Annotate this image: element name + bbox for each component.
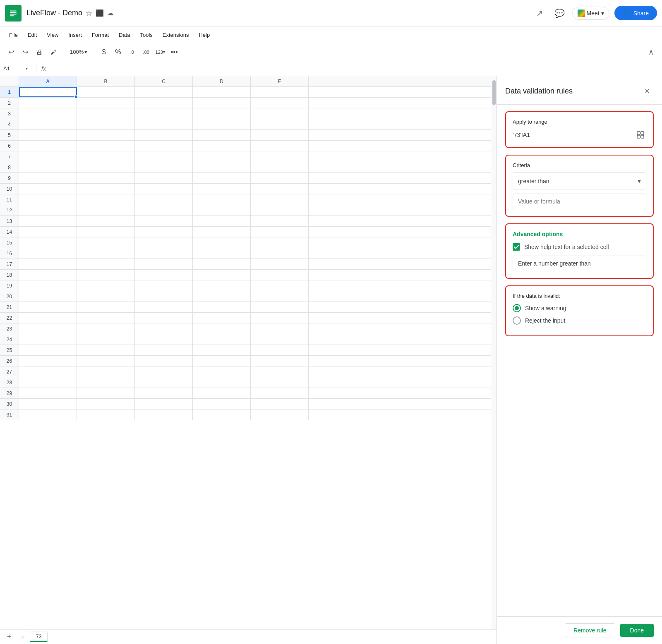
cell-C29[interactable] (135, 388, 193, 398)
cell-E22[interactable] (251, 313, 309, 323)
share-button[interactable]: 👤 Share (614, 6, 657, 20)
cell-D24[interactable] (193, 334, 251, 345)
cell-D5[interactable] (193, 130, 251, 140)
reject-input-row[interactable]: Reject the input (513, 316, 646, 325)
cell-C7[interactable] (135, 151, 193, 162)
cell-D8[interactable] (193, 162, 251, 172)
cell-B6[interactable] (77, 141, 135, 151)
cell-E17[interactable] (251, 259, 309, 269)
row-number-28[interactable]: 28 (0, 377, 19, 388)
cell-C16[interactable] (135, 248, 193, 259)
doc-title[interactable]: LiveFlow - Demo (26, 9, 82, 17)
cell-D22[interactable] (193, 313, 251, 323)
cell-C26[interactable] (135, 356, 193, 366)
row-number-13[interactable]: 13 (0, 216, 19, 226)
paint-format-button[interactable]: 🖌 (47, 46, 60, 58)
cell-C12[interactable] (135, 205, 193, 215)
cell-A31[interactable] (19, 409, 77, 420)
cell-A18[interactable] (19, 270, 77, 280)
cell-B4[interactable] (77, 119, 135, 129)
cell-B31[interactable] (77, 409, 135, 420)
row-number-19[interactable]: 19 (0, 280, 19, 291)
row-number-1[interactable]: 1 (0, 87, 19, 97)
cell-A13[interactable] (19, 216, 77, 226)
cell-B23[interactable] (77, 323, 135, 334)
cell-B2[interactable] (77, 98, 135, 108)
cell-D3[interactable] (193, 108, 251, 119)
criteria-dropdown[interactable]: greater than ▾ (513, 172, 646, 189)
cell-A2[interactable] (19, 98, 77, 108)
row-number-16[interactable]: 16 (0, 248, 19, 259)
cell-D11[interactable] (193, 194, 251, 205)
comments-icon[interactable]: 💬 (552, 6, 567, 21)
cell-D2[interactable] (193, 98, 251, 108)
cell-A4[interactable] (19, 119, 77, 129)
cell-C24[interactable] (135, 334, 193, 345)
cell-A12[interactable] (19, 205, 77, 215)
cell-C10[interactable] (135, 184, 193, 194)
cell-E9[interactable] (251, 173, 309, 183)
col-header-A[interactable]: A (19, 76, 77, 86)
undo-button[interactable]: ↩ (5, 46, 17, 58)
cell-C11[interactable] (135, 194, 193, 205)
cell-D27[interactable] (193, 366, 251, 377)
row-number-31[interactable]: 31 (0, 409, 19, 420)
cell-C30[interactable] (135, 399, 193, 409)
cell-C17[interactable] (135, 259, 193, 269)
cell-C18[interactable] (135, 270, 193, 280)
panel-close-button[interactable]: × (640, 84, 654, 98)
cell-C23[interactable] (135, 323, 193, 334)
cell-E6[interactable] (251, 141, 309, 151)
cell-E24[interactable] (251, 334, 309, 345)
cell-D10[interactable] (193, 184, 251, 194)
cell-E30[interactable] (251, 399, 309, 409)
cell-B24[interactable] (77, 334, 135, 345)
cell-D18[interactable] (193, 270, 251, 280)
row-number-12[interactable]: 12 (0, 205, 19, 215)
cell-ref-arrow[interactable]: ▾ (26, 66, 28, 71)
cell-D30[interactable] (193, 399, 251, 409)
cell-A26[interactable] (19, 356, 77, 366)
cell-D15[interactable] (193, 237, 251, 248)
cell-A28[interactable] (19, 377, 77, 388)
cell-B18[interactable] (77, 270, 135, 280)
cell-A30[interactable] (19, 399, 77, 409)
cell-B8[interactable] (77, 162, 135, 172)
cell-C28[interactable] (135, 377, 193, 388)
cell-E11[interactable] (251, 194, 309, 205)
cell-E5[interactable] (251, 130, 309, 140)
cell-E21[interactable] (251, 302, 309, 312)
menu-insert[interactable]: Insert (64, 29, 86, 41)
value-input[interactable] (518, 198, 641, 205)
cell-E1[interactable] (251, 87, 309, 97)
menu-tools[interactable]: Tools (136, 29, 156, 41)
cell-C15[interactable] (135, 237, 193, 248)
zoom-selector[interactable]: 100% ▾ (67, 47, 91, 57)
cell-D1[interactable] (193, 87, 251, 97)
show-help-checkbox[interactable] (513, 243, 520, 251)
row-number-30[interactable]: 30 (0, 399, 19, 409)
row-number-24[interactable]: 24 (0, 334, 19, 345)
cell-B26[interactable] (77, 356, 135, 366)
row-number-2[interactable]: 2 (0, 98, 19, 108)
cell-A27[interactable] (19, 366, 77, 377)
cell-B22[interactable] (77, 313, 135, 323)
cell-D6[interactable] (193, 141, 251, 151)
cell-D25[interactable] (193, 345, 251, 355)
row-number-4[interactable]: 4 (0, 119, 19, 129)
row-number-8[interactable]: 8 (0, 162, 19, 172)
cell-E4[interactable] (251, 119, 309, 129)
cell-E28[interactable] (251, 377, 309, 388)
cell-C5[interactable] (135, 130, 193, 140)
add-sheet-button[interactable]: + (3, 631, 15, 643)
percent-button[interactable]: % (112, 46, 124, 58)
cell-D29[interactable] (193, 388, 251, 398)
row-number-21[interactable]: 21 (0, 302, 19, 312)
cell-B1[interactable] (77, 87, 135, 97)
cell-D28[interactable] (193, 377, 251, 388)
save-to-drive-icon[interactable]: ⬛ (96, 9, 104, 17)
cell-D4[interactable] (193, 119, 251, 129)
reject-input-radio[interactable] (513, 316, 521, 325)
cell-C14[interactable] (135, 227, 193, 237)
cell-E26[interactable] (251, 356, 309, 366)
